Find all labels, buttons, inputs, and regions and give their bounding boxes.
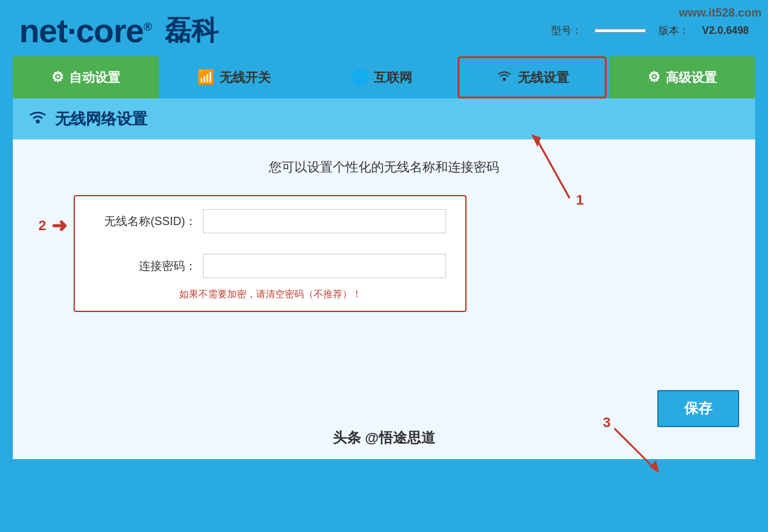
nav-wireless-switch-label: 无线开关 xyxy=(220,69,271,86)
form-area: 无线名称(SSID)： 连接密码： 如果不需要加密，请清空密码（不推荐）！ xyxy=(74,195,467,312)
version-value: V2.0.6498 xyxy=(702,25,749,36)
header: net·core® 磊科 型号： 版本： V2.0.6498 xyxy=(0,0,768,56)
nav-auto-setup[interactable]: ⚙ 自动设置 xyxy=(13,56,159,98)
nav-wireless-settings[interactable]: 无线设置 xyxy=(458,56,607,98)
svg-point-1 xyxy=(36,120,40,123)
nav-internet-label: 互联网 xyxy=(374,69,412,86)
version-label: 版本： xyxy=(659,24,689,38)
advanced-gear-icon: ⚙ xyxy=(648,69,660,86)
svg-point-0 xyxy=(502,78,506,81)
signal-icon: 📶 xyxy=(197,69,214,86)
globe-icon: 🌐 xyxy=(351,69,369,86)
password-label: 连接密码： xyxy=(94,258,196,274)
wifi-icon xyxy=(496,67,513,88)
main-content: 您可以设置个性化的无线名称和连接密码 2 ➜ 无线名称(SSID)： 连接密码：… xyxy=(13,139,755,459)
nav-internet[interactable]: 🌐 互联网 xyxy=(309,56,455,98)
nav-bar: ⚙ 自动设置 📶 无线开关 🌐 互联网 无线设置 ⚙ 高级设置 xyxy=(13,56,755,98)
watermark-top: www.it528.com xyxy=(679,6,762,20)
section-wifi-icon xyxy=(28,107,47,130)
form-note: 如果不需要加密，请清空密码（不推荐）！ xyxy=(94,288,446,301)
model-value xyxy=(595,29,646,33)
nav-advanced[interactable]: ⚙ 高级设置 xyxy=(609,56,755,98)
section-title: 无线网络设置 xyxy=(55,109,147,129)
bottom-watermark: 头条 @悟途思道 xyxy=(333,428,435,448)
svg-marker-6 xyxy=(650,460,659,473)
save-button[interactable]: 保存 xyxy=(657,390,739,427)
nav-wireless-settings-label: 无线设置 xyxy=(518,69,569,86)
gear-icon: ⚙ xyxy=(51,69,64,86)
ssid-row: 无线名称(SSID)： xyxy=(94,209,446,233)
logo-en-text: net·core® xyxy=(19,12,152,50)
nav-wireless-switch[interactable]: 📶 无线开关 xyxy=(161,56,307,98)
annotation-2: 2 xyxy=(38,217,46,234)
section-header: 无线网络设置 xyxy=(13,98,755,139)
ssid-input[interactable] xyxy=(203,209,446,233)
description: 您可以设置个性化的无线名称和连接密码 xyxy=(38,159,730,176)
ssid-label: 无线名称(SSID)： xyxy=(94,214,196,229)
logo-cn-text: 磊科 xyxy=(164,13,218,49)
nav-advanced-label: 高级设置 xyxy=(666,69,717,86)
logo: net·core® 磊科 xyxy=(19,12,218,50)
arrow-right-icon: ➜ xyxy=(51,214,67,237)
model-label: 型号： xyxy=(551,24,582,38)
password-input[interactable] xyxy=(203,254,446,278)
header-right: 型号： 版本： V2.0.6498 xyxy=(551,24,749,38)
nav-auto-setup-label: 自动设置 xyxy=(69,69,120,86)
password-row: 连接密码： xyxy=(94,254,446,278)
logo-reg: ® xyxy=(143,20,151,33)
